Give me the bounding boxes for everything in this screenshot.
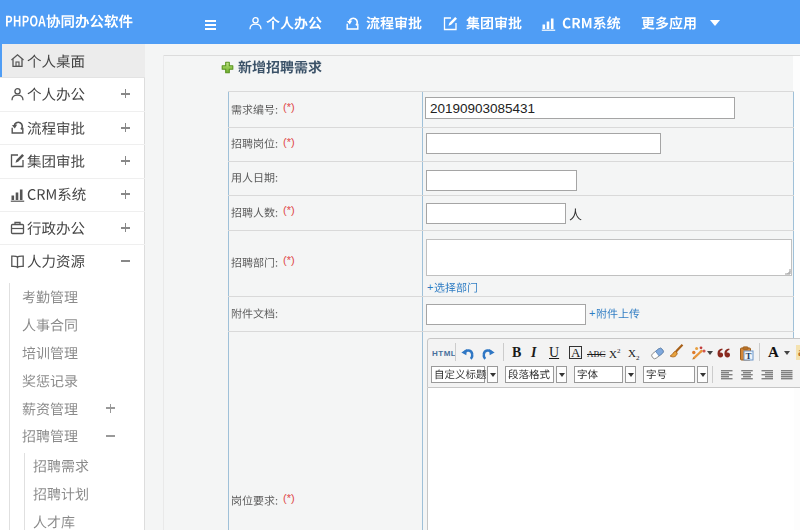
svg-text:T: T [745,351,751,361]
